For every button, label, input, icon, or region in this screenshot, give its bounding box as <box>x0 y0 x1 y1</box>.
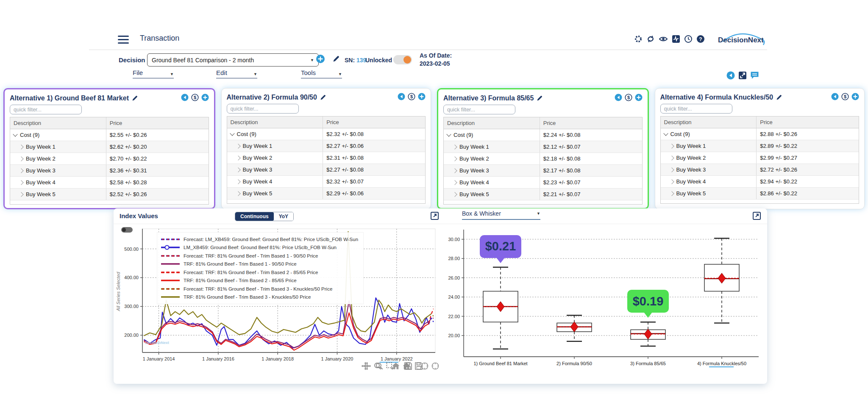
quick-filter-input[interactable] <box>227 104 299 114</box>
table-row[interactable]: Buy Week 4$2.94 +/- $0.22 <box>661 176 859 188</box>
chevron-right-icon[interactable] <box>19 168 23 173</box>
table-row[interactable]: Buy Week 1$2.62 +/- $0.20 <box>10 141 209 153</box>
chevron-right-icon[interactable] <box>19 192 23 197</box>
table-row[interactable]: Buy Week 5$2.21 +/- $0.07 <box>444 189 642 200</box>
chevron-right-icon[interactable] <box>452 144 457 149</box>
table-row[interactable]: Cost (9)$2.32 +/- $0.08 <box>227 128 426 140</box>
expand-chart-icon[interactable] <box>753 212 761 220</box>
add-icon[interactable] <box>635 94 643 103</box>
legend-item[interactable]: Forecast: TRF: 81% Ground Beef - Trim Ba… <box>161 268 358 277</box>
quick-filter-input[interactable] <box>660 104 732 114</box>
table-row[interactable]: Buy Week 5$2.29 +/- $0.06 <box>227 188 426 200</box>
menu-tools[interactable]: Tools▼ <box>301 69 342 78</box>
chevron-down-icon[interactable] <box>13 132 17 136</box>
chevron-down-icon[interactable] <box>230 131 234 136</box>
send-icon[interactable] <box>831 93 839 102</box>
pan-icon[interactable] <box>363 362 371 370</box>
history-clock-icon[interactable] <box>684 35 693 43</box>
column-header-price[interactable]: Price <box>106 117 209 129</box>
table-row[interactable]: Cost (9)$2.24 +/- $0.08 <box>444 129 642 141</box>
edit-pencil-icon[interactable] <box>320 94 326 100</box>
table-row[interactable]: Buy Week 5$2.86 +/- $0.22 <box>661 188 859 200</box>
price-dollar-icon[interactable]: $ <box>191 94 199 103</box>
table-row[interactable]: Buy Week 2$2.99 +/- $0.27 <box>661 152 859 164</box>
open-in-new-icon[interactable] <box>738 71 747 81</box>
chevron-right-icon[interactable] <box>19 180 23 185</box>
send-icon[interactable] <box>181 94 189 103</box>
menu-edit[interactable]: Edit▼ <box>216 69 257 78</box>
continuous-yoy-toggle[interactable]: ContinuousYoY <box>235 212 294 221</box>
reset-axes-icon[interactable] <box>420 362 429 370</box>
decision-select[interactable]: Ground Beef 81 Comparison - 2 month▼ <box>147 53 319 67</box>
chevron-right-icon[interactable] <box>236 191 240 196</box>
table-row[interactable]: Buy Week 4$2.58 +/- $0.28 <box>10 177 209 189</box>
legend-item[interactable]: Forecast: LM_XB459: Ground Beef: Ground … <box>161 235 358 244</box>
chevron-right-icon[interactable] <box>452 180 457 185</box>
edit-pencil-icon[interactable] <box>776 94 782 100</box>
chevron-right-icon[interactable] <box>669 144 674 148</box>
table-row[interactable]: Buy Week 1$2.89 +/- $0.22 <box>661 140 859 152</box>
help-icon[interactable]: ? <box>696 35 705 43</box>
send-icon[interactable] <box>615 94 622 103</box>
chevron-right-icon[interactable] <box>236 144 240 148</box>
table-row[interactable]: Buy Week 4$2.32 +/- $0.07 <box>227 176 426 188</box>
chevron-right-icon[interactable] <box>669 167 674 172</box>
table-row[interactable]: Cost (9)$2.88 +/- $0.26 <box>661 128 859 140</box>
column-header-description[interactable]: Description <box>227 117 323 128</box>
table-row[interactable]: Buy Week 2$2.70 +/- $0.22 <box>10 153 209 165</box>
eye-icon[interactable] <box>659 35 668 43</box>
table-row[interactable]: Buy Week 2$2.18 +/- $0.08 <box>444 153 642 165</box>
add-icon[interactable] <box>201 94 209 103</box>
chevron-right-icon[interactable] <box>452 192 457 197</box>
legend-item[interactable]: Forecast: TRF: 81% Ground Beef - Trim Ba… <box>161 252 358 260</box>
column-header-description[interactable]: Description <box>661 117 757 128</box>
chevron-right-icon[interactable] <box>19 144 23 149</box>
chevron-down-icon[interactable] <box>446 132 451 136</box>
add-decision-button[interactable] <box>316 54 325 65</box>
chevron-right-icon[interactable] <box>452 168 457 173</box>
price-dollar-icon[interactable]: $ <box>408 93 415 102</box>
send-icon[interactable] <box>398 93 405 102</box>
chevron-right-icon[interactable] <box>669 191 674 196</box>
comment-icon[interactable] <box>750 71 759 81</box>
edit-decision-pencil-icon[interactable] <box>333 55 339 64</box>
table-row[interactable]: Buy Week 1$2.27 +/- $0.06 <box>227 140 426 152</box>
save-icon[interactable] <box>404 362 412 370</box>
legend-item[interactable]: TRF: 81% Ground Beef - Trim Based 3 - Kn… <box>161 293 358 302</box>
quick-filter-input[interactable] <box>443 105 515 114</box>
column-header-description[interactable]: Description <box>10 117 106 129</box>
table-row[interactable]: Buy Week 5$2.52 +/- $0.26 <box>10 189 209 200</box>
edit-pencil-icon[interactable] <box>537 95 542 101</box>
legend-item[interactable]: TRF: 81% Ground Beef - Trim Based 1 - 90… <box>161 260 358 269</box>
add-icon[interactable] <box>418 93 426 102</box>
refresh-icon[interactable] <box>646 35 655 43</box>
legend-item[interactable]: TRF: 81% Ground Beef - Trim Based 2 - 85… <box>161 277 358 285</box>
chevron-down-icon[interactable] <box>663 131 668 136</box>
table-row[interactable]: Buy Week 2$2.31 +/- $0.08 <box>227 152 426 164</box>
table-row[interactable]: Buy Week 3$2.17 +/- $0.08 <box>444 165 642 177</box>
legend-item[interactable]: Forecast: TRF: 81% Ground Beef - Trim Ba… <box>161 285 358 293</box>
table-row[interactable]: Buy Week 1$2.12 +/- $0.07 <box>444 141 642 153</box>
chart-type-select[interactable]: Box & Whisker▼ <box>462 210 540 220</box>
quick-filter-input[interactable] <box>10 105 82 114</box>
column-header-price[interactable]: Price <box>323 117 425 128</box>
table-row[interactable]: Buy Week 3$2.27 +/- $0.08 <box>227 164 426 176</box>
hamburger-menu-icon[interactable] <box>118 36 129 44</box>
edit-pencil-icon[interactable] <box>132 95 138 101</box>
table-row[interactable]: Cost (9)$2.55 +/- $0.26 <box>10 129 209 141</box>
expand-chart-icon[interactable] <box>431 212 439 220</box>
chevron-right-icon[interactable] <box>236 155 240 160</box>
table-row[interactable]: Buy Week 3$2.72 +/- $0.26 <box>661 164 859 176</box>
table-row[interactable]: Buy Week 4$2.23 +/- $0.07 <box>444 177 642 189</box>
add-icon[interactable] <box>851 93 859 102</box>
settings-icon[interactable] <box>634 35 643 43</box>
chevron-right-icon[interactable] <box>452 156 457 161</box>
table-row[interactable]: Buy Week 3$2.36 +/- $0.31 <box>10 165 209 177</box>
home-icon[interactable] <box>392 362 400 370</box>
menu-file[interactable]: File▼ <box>133 69 174 78</box>
send-icon[interactable] <box>726 71 735 81</box>
column-header-price[interactable]: Price <box>540 117 642 129</box>
legend-item[interactable]: LM_XB459: Ground Beef: Ground Beef 81%: … <box>161 244 358 252</box>
series-visibility-toggle[interactable] <box>121 227 133 233</box>
price-dollar-icon[interactable]: $ <box>841 93 849 102</box>
